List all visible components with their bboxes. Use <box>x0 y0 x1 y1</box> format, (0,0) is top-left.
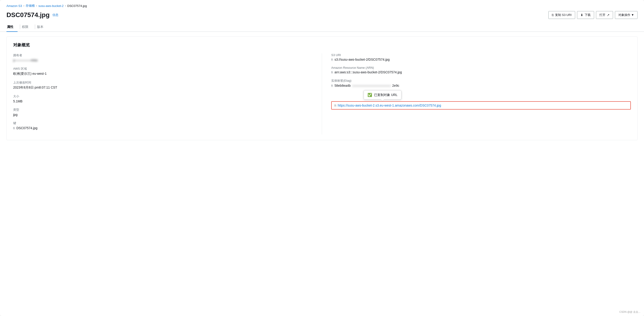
csdn-footer: CSDN @@ 去去... <box>619 310 640 314</box>
last-modified-value: 2023年8月8日 pm8:07:11 CST <box>13 86 312 90</box>
tooltip-message: 已复制对象 URL <box>374 93 398 97</box>
region-value: 欧洲(爱尔兰) eu-west-1 <box>13 72 312 76</box>
tab-versions[interactable]: 版本 <box>36 23 48 32</box>
etag-label: 实体标签(Etag) <box>331 79 631 83</box>
tab-separator-1 <box>20 24 20 29</box>
arn-copy-icon[interactable]: ⎘ <box>331 71 333 74</box>
breadcrumb: Amazon S3 › 存储桶 › susu-aws-bucket-2 › DS… <box>0 0 644 10</box>
field-type: 类型 jpg <box>13 108 312 117</box>
download-icon: ⬇ <box>580 13 583 17</box>
key-value-area: ⎘ DSC07574.jpg <box>13 126 312 130</box>
copied-tooltip: ✅ 已复制对象 URL <box>364 90 402 100</box>
field-arn: Amazon Resource Name (ARN) ⎘ arn:aws:s3:… <box>331 66 631 74</box>
owner-label: 拥有者 <box>13 53 312 57</box>
s3-uri-value: s3://susu-aws-bucket-2/DSC07574.jpg <box>334 58 390 61</box>
overview-right: S3 URI ⎘ s3://susu-aws-bucket-2/DSC07574… <box>322 53 631 135</box>
copy-s3-uri-label: 复制 S3 URI <box>555 13 572 17</box>
copy-icon: ⎘ <box>552 13 554 17</box>
breadcrumb-amazon-s3[interactable]: Amazon S3 <box>6 4 22 7</box>
header-actions: ⎘ 复制 S3 URI ⬇ 下载 打开 ↗ 对象操作 ▼ <box>548 11 638 19</box>
object-url-link[interactable]: https://susu-aws-bucket-2.s3.eu-west-1.a… <box>338 104 441 107</box>
etag-end: 2e9c <box>392 84 399 87</box>
etag-value-area: ⎘ 58eb8ea4b ———————————— 2e9c <box>331 84 631 87</box>
arn-value: arn:aws:s3:::susu-aws-bucket-2/DSC07574.… <box>334 70 402 74</box>
type-value: jpg <box>13 113 312 117</box>
page-title: DSC07574.jpg <box>6 11 50 19</box>
field-s3-uri: S3 URI ⎘ s3://susu-aws-bucket-2/DSC07574… <box>331 53 631 61</box>
size-label: 大小 <box>13 94 312 99</box>
field-etag: 实体标签(Etag) ⎘ 58eb8ea4b ———————————— 2e9c <box>331 79 631 87</box>
download-label: 下载 <box>585 13 591 17</box>
key-value: DSC07574.jpg <box>16 126 38 130</box>
url-highlight-box: ⎘ https://susu-aws-bucket-2.s3.eu-west-1… <box>331 101 631 110</box>
breadcrumb-filename: DSC07574.jpg <box>67 4 87 7</box>
s3-uri-copy-icon[interactable]: ⎘ <box>331 58 333 61</box>
s3-uri-value-area: ⎘ s3://susu-aws-bucket-2/DSC07574.jpg <box>331 58 631 61</box>
size-value: 5.1MB <box>13 99 312 103</box>
owner-value: y—————miss <box>13 58 312 62</box>
open-label: 打开 <box>600 13 606 17</box>
etag-start: 58eb8ea4b <box>334 84 351 87</box>
breadcrumb-sep-2: › <box>36 4 37 7</box>
copy-s3-uri-button[interactable]: ⎘ 复制 S3 URI <box>548 11 575 19</box>
open-button[interactable]: 打开 ↗ <box>596 11 613 19</box>
page-header: DSC07574.jpg 信息 ⎘ 复制 S3 URI ⬇ 下载 打开 ↗ 对象… <box>0 10 644 23</box>
info-badge[interactable]: 信息 <box>52 13 58 17</box>
check-circle-icon: ✅ <box>368 93 372 97</box>
key-label: 键 <box>13 121 312 125</box>
tab-permissions[interactable]: 权限 <box>22 23 32 32</box>
field-owner: 拥有者 y—————miss <box>13 53 312 62</box>
breadcrumb-bucket-name[interactable]: susu-aws-bucket-2 <box>38 4 64 7</box>
object-actions-label: 对象操作 ▼ <box>618 13 634 17</box>
external-link-icon: ↗ <box>607 13 610 17</box>
region-label: AWS 区域 <box>13 67 312 71</box>
tooltip-arrow-inner <box>381 99 384 101</box>
field-key: 键 ⎘ DSC07574.jpg <box>13 121 312 130</box>
url-copy-icon[interactable]: ⎘ <box>334 104 336 107</box>
last-modified-label: 上次修改时间 <box>13 81 312 85</box>
field-last-modified: 上次修改时间 2023年8月8日 pm8:07:11 CST <box>13 81 312 90</box>
s3-uri-label: S3 URI <box>331 53 631 57</box>
breadcrumb-sep-1: › <box>23 4 24 7</box>
breadcrumb-storage-buckets[interactable]: 存储桶 <box>26 4 35 8</box>
tabs-bar: 属性 权限 版本 <box>0 23 644 32</box>
key-copy-icon[interactable]: ⎘ <box>13 126 15 130</box>
overview-left: 拥有者 y—————miss AWS 区域 欧洲(爱尔兰) eu-west-1 … <box>13 53 322 135</box>
object-overview-card: 对象概览 拥有者 y—————miss AWS 区域 欧洲(爱尔兰) eu-we… <box>6 36 638 140</box>
arn-label: Amazon Resource Name (ARN) <box>331 66 631 69</box>
field-region: AWS 区域 欧洲(爱尔兰) eu-west-1 <box>13 67 312 76</box>
tab-properties[interactable]: 属性 <box>6 23 18 32</box>
arn-value-area: ⎘ arn:aws:s3:::susu-aws-bucket-2/DSC0757… <box>331 70 631 74</box>
download-button[interactable]: ⬇ 下载 <box>577 11 594 19</box>
breadcrumb-sep-3: › <box>65 4 66 7</box>
etag-blurred: ———————————— <box>352 84 391 87</box>
field-size: 大小 5.1MB <box>13 94 312 103</box>
page-title-area: DSC07574.jpg 信息 <box>6 11 58 19</box>
overview-grid: 拥有者 y—————miss AWS 区域 欧洲(爱尔兰) eu-west-1 … <box>13 53 631 135</box>
object-actions-button[interactable]: 对象操作 ▼ <box>615 11 638 19</box>
type-label: 类型 <box>13 108 312 112</box>
section-title: 对象概览 <box>13 42 631 48</box>
etag-copy-icon[interactable]: ⎘ <box>331 84 333 87</box>
